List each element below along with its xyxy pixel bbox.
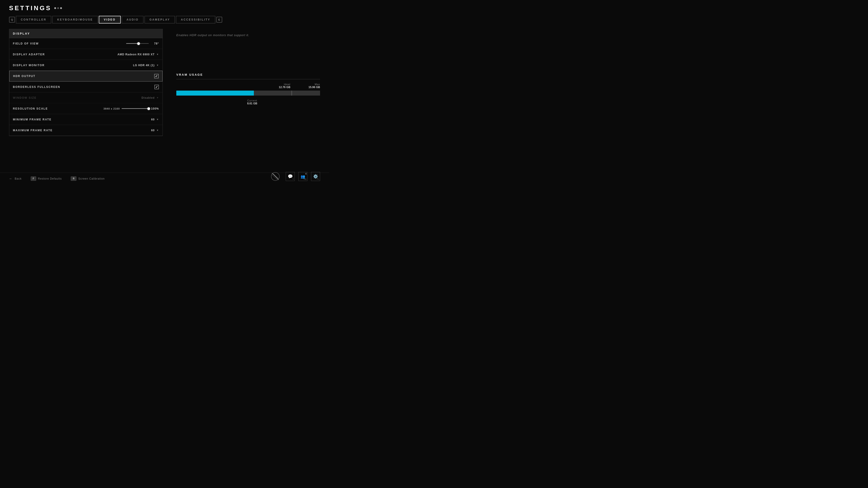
settings-key-label: F1 xyxy=(317,178,319,180)
bottom-bar: ← Back F Restore Defaults R Screen Calib… xyxy=(0,173,329,184)
tab-accessibility[interactable]: ACCESSIBILITY xyxy=(176,16,215,24)
people-count-badge: 4 xyxy=(305,173,307,175)
label-display-monitor: DISPLAY MONITOR xyxy=(13,64,44,67)
vram-bar-fill xyxy=(176,91,254,96)
borderless-fullscreen-checkbox[interactable] xyxy=(154,85,159,89)
title-dots xyxy=(54,7,62,9)
value-field-of-view: 78° xyxy=(126,42,159,45)
dot-1 xyxy=(54,7,56,9)
label-display-adapter: DISPLAY ADAPTER xyxy=(13,53,45,56)
dot-2 xyxy=(57,7,59,9)
tab-video[interactable]: VIDEO xyxy=(99,16,121,24)
display-section-header: DISPLAY xyxy=(9,29,162,38)
settings-container: SETTINGS Q CONTROLLER KEYBOARD/MOUSE VID… xyxy=(0,0,329,184)
label-window-size: WINDOW SIZE xyxy=(13,96,37,99)
vram-numbers-row: Ideal 12.76 GB Max 15.96 GB xyxy=(176,83,320,89)
settings-title: SETTINGS xyxy=(9,4,320,12)
svg-line-2 xyxy=(273,174,278,179)
row-display-monitor[interactable]: DISPLAY MONITOR LG HDR 4K (1) ▼ xyxy=(9,60,162,71)
label-resolution-scale: RESOLUTION SCALE xyxy=(13,107,48,110)
back-action[interactable]: ← Back xyxy=(9,177,22,181)
hdr-description: Enables HDR output on monitors that supp… xyxy=(176,33,320,37)
dot-3 xyxy=(60,7,62,9)
tabs-row: Q CONTROLLER KEYBOARD/MOUSE VIDEO AUDIO … xyxy=(9,16,320,24)
label-field-of-view: FIELD OF VIEW xyxy=(13,42,39,45)
min-frame-rate-text: 60 xyxy=(151,118,155,121)
info-panel: Enables HDR output on monitors that supp… xyxy=(176,29,320,168)
vram-title: VRAM USAGE xyxy=(176,73,320,76)
vram-section: VRAM USAGE Ideal 12.76 GB Max 15.96 GB xyxy=(176,73,320,105)
hdr-output-checkbox[interactable] xyxy=(154,74,159,78)
value-display-adapter: AMD Radeon RX 6900 XT ▼ xyxy=(118,53,159,56)
row-maximum-frame-rate[interactable]: MAXIMUM FRAME RATE 60 ▼ xyxy=(9,125,162,136)
vram-current-label: Current 8.61 GB xyxy=(247,99,257,105)
value-display-monitor: LG HDR 4K (1) ▼ xyxy=(133,64,159,67)
row-field-of-view[interactable]: FIELD OF VIEW 78° xyxy=(9,38,162,49)
vram-ideal-value: 12.76 GB xyxy=(279,86,290,89)
back-label: Back xyxy=(15,177,22,180)
title-text: SETTINGS xyxy=(9,4,52,12)
vram-current-title-text: Current xyxy=(247,99,257,102)
fov-slider[interactable]: 78° xyxy=(126,42,159,45)
settings-panel: DISPLAY FIELD OF VIEW 78° xyxy=(9,29,163,168)
value-resolution-scale: 3840 x 2160 100% xyxy=(103,107,159,110)
restore-key-icon: F xyxy=(31,176,36,181)
vram-ideal-group: Ideal 12.76 GB xyxy=(279,83,290,89)
vram-bar-container xyxy=(176,91,320,96)
fov-slider-fill xyxy=(126,43,138,44)
people-icon-btn[interactable]: 👥 4 Tab xyxy=(298,172,307,181)
chat-key-label: Y xyxy=(292,178,294,180)
window-size-arrow: ▼ xyxy=(156,96,159,99)
resolution-slider-fill xyxy=(122,108,149,109)
svg-line-1 xyxy=(272,173,279,180)
main-area: DISPLAY FIELD OF VIEW 78° xyxy=(9,29,320,168)
resolution-slider[interactable]: 100% xyxy=(122,107,159,110)
label-borderless-fullscreen: BORDERLESS FULLSCREEN xyxy=(13,86,60,89)
tab-controller[interactable]: CONTROLLER xyxy=(16,16,51,24)
fov-value-text: 78° xyxy=(151,42,159,45)
tab-audio[interactable]: AUDIO xyxy=(122,16,144,24)
tab-keyboard-mouse[interactable]: KEYBOARD/MOUSE xyxy=(52,16,98,24)
screen-calibration-action[interactable]: R Screen Calibration xyxy=(71,176,105,181)
row-minimum-frame-rate[interactable]: MINIMUM FRAME RATE 60 ▼ xyxy=(9,114,162,125)
row-window-size: WINDOW SIZE Disabled ▼ xyxy=(9,92,162,103)
label-minimum-frame-rate: MINIMUM FRAME RATE xyxy=(13,118,52,121)
people-key-label: Tab xyxy=(303,178,307,180)
max-frame-rate-text: 60 xyxy=(151,129,155,132)
vram-max-label: Max xyxy=(309,83,320,86)
back-arrow-icon: ← xyxy=(9,177,13,181)
display-adapter-arrow: ▼ xyxy=(156,53,159,56)
row-hdr-output[interactable]: HDR OUTPUT xyxy=(9,71,162,82)
settings-scroll[interactable]: FIELD OF VIEW 78° xyxy=(9,38,162,136)
value-minimum-frame-rate: 60 ▼ xyxy=(151,118,159,121)
game-logo-icon xyxy=(269,171,282,182)
value-borderless-fullscreen xyxy=(154,85,159,89)
vram-ideal-label: Ideal xyxy=(279,83,290,86)
row-display-adapter[interactable]: DISPLAY ADAPTER AMD Radeon RX 6900 XT ▼ xyxy=(9,49,162,60)
display-monitor-text: LG HDR 4K (1) xyxy=(133,64,155,67)
label-hdr-output: HDR OUTPUT xyxy=(13,74,35,78)
row-borderless-fullscreen[interactable]: BORDERLESS FULLSCREEN xyxy=(9,82,162,92)
display-monitor-arrow: ▼ xyxy=(156,64,159,66)
right-key-hint: E xyxy=(216,17,222,23)
system-settings-icon-btn[interactable]: ⚙️ F1 xyxy=(311,172,320,181)
row-resolution-scale[interactable]: RESOLUTION SCALE 3840 x 2160 100% xyxy=(9,103,162,114)
bottom-right-icons: 💬 Y 👥 4 Tab ⚙️ F1 xyxy=(269,171,320,182)
window-size-text: Disabled xyxy=(142,96,155,99)
resolution-text: 3840 x 2160 xyxy=(103,107,120,110)
resolution-slider-thumb xyxy=(147,107,150,110)
vram-max-group: Max 15.96 GB xyxy=(309,83,320,89)
vram-current-value-text: 8.61 GB xyxy=(247,102,257,105)
vram-max-value: 15.96 GB xyxy=(309,86,320,89)
tab-gameplay[interactable]: GAMEPLAY xyxy=(145,16,175,24)
fov-slider-track xyxy=(126,43,149,44)
max-frame-rate-arrow: ▼ xyxy=(156,129,159,131)
value-maximum-frame-rate: 60 ▼ xyxy=(151,129,159,132)
fov-slider-thumb xyxy=(137,42,140,45)
display-adapter-text: AMD Radeon RX 6900 XT xyxy=(118,53,155,56)
settings-list: DISPLAY FIELD OF VIEW 78° xyxy=(9,29,163,136)
left-key-hint: Q xyxy=(9,17,15,23)
chat-icon-btn[interactable]: 💬 Y xyxy=(286,172,295,181)
chat-icon: 💬 xyxy=(288,174,293,179)
restore-defaults-action[interactable]: F Restore Defaults xyxy=(31,176,62,181)
